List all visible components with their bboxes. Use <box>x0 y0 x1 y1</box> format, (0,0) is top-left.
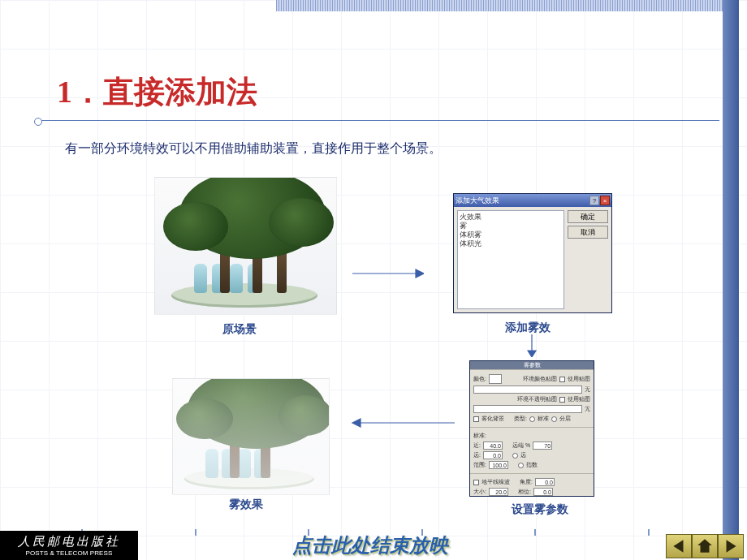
farpct-spinner[interactable]: 70 <box>533 442 552 450</box>
help-button[interactable]: ? <box>589 196 599 205</box>
publisher-name-en: POSTS & TELECOM PRESS <box>26 549 113 557</box>
publisher-name-cn: 人民邮电出版社 <box>18 534 120 549</box>
top-decorative-band <box>276 0 723 11</box>
type-layer-radio[interactable] <box>551 416 557 422</box>
cancel-button[interactable]: 取消 <box>568 226 608 239</box>
fog-bg-checkbox[interactable] <box>473 416 479 422</box>
list-item[interactable]: 体积光 <box>460 239 562 248</box>
env-color-map-label: 环境颜色贴图 <box>523 375 557 383</box>
svg-marker-5 <box>352 419 361 427</box>
add-atmosphere-dialog: 添加大气效果 ? × 火效果 雾 体积雾 体积光 确定 取消 <box>453 193 612 313</box>
exp-radio[interactable] <box>512 453 518 459</box>
use-map-checkbox[interactable] <box>559 377 565 382</box>
phase-spinner[interactable]: 0.0 <box>533 488 553 496</box>
svg-marker-6 <box>673 540 683 552</box>
angle-spinner[interactable]: 0.0 <box>535 478 555 486</box>
prev-button[interactable] <box>666 534 692 558</box>
use-opac-checkbox[interactable] <box>559 397 565 403</box>
list-item[interactable]: 雾 <box>460 222 562 230</box>
horizontal-rule <box>37 120 719 121</box>
list-item[interactable]: 火效果 <box>460 213 562 222</box>
footer: 人民邮电出版社 POSTS & TELECOM PRESS 点击此处结束放映 <box>0 531 747 560</box>
horizon-noise-checkbox[interactable] <box>473 480 479 485</box>
caption-fogresult: 雾效果 <box>209 498 283 512</box>
range-spinner[interactable]: 100.0 <box>489 461 508 469</box>
env-opac-map-label: 环境不透明贴图 <box>517 395 557 403</box>
publisher-logo: 人民邮电出版社 POSTS & TELECOM PRESS <box>0 531 138 560</box>
arrow-down-icon <box>526 333 538 357</box>
opac-map-dropdown[interactable] <box>473 405 582 413</box>
svg-marker-7 <box>697 539 712 553</box>
type-standard-radio[interactable] <box>529 416 535 422</box>
home-icon <box>696 537 714 555</box>
figure-fog-result <box>172 378 330 495</box>
panel-title: 雾参数 <box>470 361 594 369</box>
triangle-right-icon <box>722 537 740 555</box>
right-decorative-border <box>723 0 739 560</box>
color-label: 颜色: <box>473 375 486 383</box>
ok-button[interactable]: 确定 <box>568 210 608 223</box>
svg-marker-3 <box>528 351 536 357</box>
dialog-title: 添加大气效果 <box>456 196 499 206</box>
close-button[interactable]: × <box>600 196 610 205</box>
svg-marker-8 <box>727 540 736 552</box>
next-button[interactable] <box>718 534 744 558</box>
caption-setparams: 设置雾参数 <box>495 502 585 517</box>
far-spinner[interactable]: 0.0 <box>483 451 503 459</box>
figure-original-scene <box>154 177 337 315</box>
color-swatch[interactable] <box>489 374 502 384</box>
color-map-dropdown[interactable] <box>473 386 582 394</box>
caption-original: 原场景 <box>203 322 276 337</box>
list-item[interactable]: 体积雾 <box>460 230 562 239</box>
fog-parameters-panel: 雾参数 颜色: 环境颜色贴图 使用贴图 无 环境不透明贴图 使用贴图 无 雾化背… <box>469 360 594 497</box>
triangle-left-icon <box>670 537 688 555</box>
section-description: 有一部分环境特效可以不用借助辅助装置，直接作用于整个场景。 <box>65 138 442 159</box>
svg-marker-1 <box>416 269 424 278</box>
arrow-left-icon <box>351 417 456 429</box>
near-spinner[interactable]: 40.0 <box>483 442 503 450</box>
effect-list[interactable]: 火效果 雾 体积雾 体积光 <box>457 210 564 309</box>
size-spinner[interactable]: 20.0 <box>489 488 508 496</box>
section-title: 1．直接添加法 <box>57 71 257 113</box>
end-slideshow-link[interactable]: 点击此处结束放映 <box>292 532 448 558</box>
arrow-right-icon <box>351 268 424 279</box>
nav-buttons <box>666 534 744 558</box>
home-button[interactable] <box>692 534 718 558</box>
